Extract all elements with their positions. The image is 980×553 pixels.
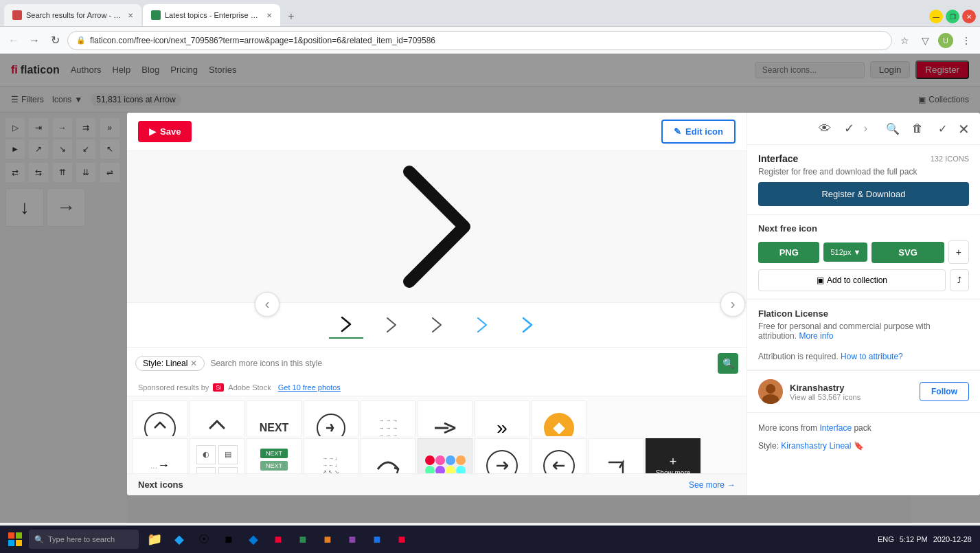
taskbar-edge[interactable]: ◆ [168,528,191,551]
svg-point-9 [766,384,775,394]
sponsored-item[interactable] [190,400,244,436]
taskbar-app1[interactable]: ■ [217,528,240,551]
sponsored-item-2[interactable]: ...→ [133,438,187,474]
interface-pack-link[interactable]: Interface [819,423,854,433]
new-tab-button[interactable]: + [282,7,301,26]
see-more-link[interactable]: See more → [689,480,736,490]
prev-arrow-button[interactable]: ‹ [255,292,280,317]
more-info-link[interactable]: More info [799,331,833,341]
next-icons-bar: Next icons See more → [127,473,747,495]
check-circle-icon[interactable]: ✓ [932,118,953,139]
next-arrow-button[interactable]: › [720,292,745,317]
sponsored-item[interactable] [133,400,187,436]
add-to-collection-button[interactable]: ▣ Add to collection [758,269,946,291]
style-label: Style: Kiranshastry Lineal 🔖 [758,441,864,451]
view-icon[interactable]: 👁 [814,118,835,139]
sponsored-label: Sponsored results by [138,383,209,392]
sponsored-item-2[interactable]: →→↓ →←↓ ↗↖↘ [304,438,358,474]
more-formats-button[interactable]: + [948,240,969,264]
tab-label-2: Latest topics - Enterprise DNA Fo... [165,11,262,19]
bookmark-button[interactable]: ☆ [896,32,913,49]
edit-pencil-icon: ✎ [674,126,681,137]
tab-close-1[interactable]: ✕ [128,12,133,19]
next-free-section: Next free icon PNG 512px ▼ SVG + [747,215,980,300]
pinterest-icon: ▶ [149,126,156,137]
sponsored-item[interactable]: →→→ →→→ →→→ [361,400,415,436]
url-bar[interactable]: 🔒 flaticon.com/free-icon/next_709586?ter… [67,31,892,50]
png-download-button[interactable]: PNG [758,242,819,263]
modal-close-button[interactable]: ✕ [953,118,975,140]
taskbar-app6[interactable]: ■ [341,528,364,551]
show-more-item[interactable]: + Show more [646,438,700,474]
taskbar-app5[interactable]: ■ [316,528,339,551]
thumbnail-2[interactable] [374,311,409,339]
panel-separator: › [864,122,867,135]
sponsored-item[interactable] [304,400,358,436]
tab-label-1: Search results for Arrow - Flatico... [26,11,124,19]
taskbar-app2[interactable]: ◆ [242,528,265,551]
download-row: PNG 512px ▼ SVG + [758,240,969,264]
sponsored-grid-2: ...→ ◐ ▤ ▲ ⇗ NEXT NEXT NEXT [127,436,747,474]
forward-button[interactable]: → [26,32,43,49]
start-button[interactable] [3,527,27,552]
check-icon[interactable]: ✓ [839,118,860,139]
profile-button[interactable]: U [937,32,954,49]
taskbar-file-explorer[interactable]: 📁 [143,528,166,551]
taskbar-search-box[interactable]: 🔍 Type here to search [29,530,139,549]
svg-rect-11 [8,532,14,539]
svg-download-button[interactable]: SVG [871,242,944,263]
sponsored-item-2[interactable] [475,438,529,474]
thumbnail-3[interactable] [420,311,454,339]
sponsored-item-2[interactable] [361,438,415,474]
extensions-button[interactable]: ▽ [917,32,933,49]
style-search-button[interactable]: 🔍 [718,353,738,374]
style-search-bar: Style: Lineal ✕ 🔍 [127,347,747,379]
back-button[interactable]: ← [5,32,22,49]
sponsored-item[interactable] [418,400,472,436]
taskbar-app8[interactable]: ■ [390,528,413,551]
thumbnail-5[interactable] [510,311,545,339]
style-tag-close-icon[interactable]: ✕ [190,359,197,368]
style-search-input[interactable] [210,359,712,368]
register-download-button[interactable]: Register & Download [758,182,969,206]
window-close-button[interactable]: ✕ [962,10,976,23]
taskbar-app3[interactable]: ■ [266,528,290,551]
free-photos-link[interactable]: Get 10 free photos [278,383,341,392]
sponsored-item-2[interactable] [589,438,643,474]
reload-button[interactable]: ↻ [47,32,63,49]
style-section: Style: Kiranshastry Lineal 🔖 [747,436,980,460]
window-maximize-button[interactable]: ❐ [946,10,959,23]
sponsored-item[interactable]: » [475,400,529,436]
settings-button[interactable]: ⋮ [958,32,975,49]
style-link[interactable]: Kiranshastry Lineal [781,441,853,451]
search-icon[interactable]: 🔍 [882,118,903,139]
taskbar-language: ENG [878,535,894,543]
taskbar: 🔍 Type here to search 📁 ◆ ☉ ■ ◆ ■ ■ ■ ■ … [0,526,980,553]
window-minimize-button[interactable]: — [929,10,943,23]
taskbar-chrome[interactable]: ☉ [192,528,216,551]
attribution-text: Attribution is required. How to attribut… [758,352,969,361]
follow-button[interactable]: Follow [920,382,969,401]
style-tag[interactable]: Style: Lineal ✕ [135,356,205,371]
next-free-title: Next free icon [758,223,969,234]
sponsored-item-2[interactable]: NEXT NEXT NEXT [247,438,301,474]
sponsored-item[interactable]: NEXT [247,400,301,436]
sponsored-item-2[interactable] [418,438,472,474]
sponsored-item-2[interactable] [532,438,586,474]
thumbnail-1[interactable] [329,311,363,339]
taskbar-app4[interactable]: ■ [291,528,315,551]
edit-icon-button[interactable]: ✎ Edit icon [661,120,736,144]
size-selector-button[interactable]: 512px ▼ [823,242,867,262]
tab-close-2[interactable]: ✕ [266,12,272,19]
browser-tab-1[interactable]: Search results for Arrow - Flatico... ✕ [4,4,141,26]
thumbnail-4[interactable] [465,311,499,339]
save-button[interactable]: ▶ Save [138,121,192,142]
bookmark-icon: 🔖 [854,441,864,451]
sponsored-item[interactable] [532,400,586,436]
sponsored-item-2[interactable]: ◐ ▤ ▲ ⇗ [190,438,244,474]
how-to-attribute-link[interactable]: How to attribute? [841,352,903,361]
delete-icon[interactable]: 🗑 [907,118,928,139]
share-button[interactable]: ⤴ [950,269,969,291]
browser-tab-2[interactable]: Latest topics - Enterprise DNA Fo... ✕ [143,4,280,26]
taskbar-app7[interactable]: ■ [365,528,389,551]
